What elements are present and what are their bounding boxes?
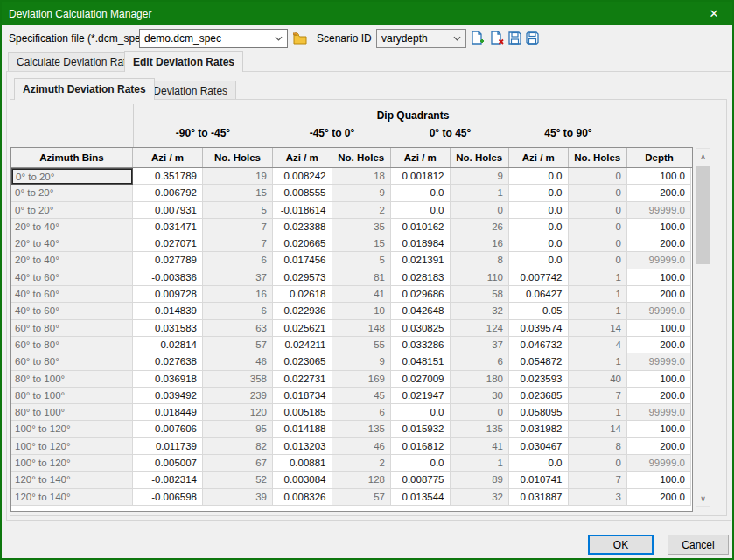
cell-no-holes[interactable]: 63 — [203, 320, 273, 337]
cell-azi-per-m[interactable]: 0.0 — [509, 455, 569, 472]
cell-azimuth-bin[interactable]: 60° to 80° — [11, 354, 133, 370]
column-header-no-holes[interactable]: No. Holes — [569, 148, 628, 167]
cell-no-holes[interactable]: 4 — [569, 337, 628, 354]
cell-no-holes[interactable]: 40 — [569, 371, 628, 388]
cell-no-holes[interactable]: 3 — [569, 489, 628, 506]
cell-azi-per-m[interactable]: 0.008242 — [273, 168, 332, 185]
vertical-scrollbar[interactable]: ∧ ∨ — [696, 148, 710, 507]
cell-no-holes[interactable]: 124 — [451, 320, 510, 337]
cell-no-holes[interactable]: 6 — [332, 404, 392, 421]
cell-no-holes[interactable]: 57 — [203, 337, 273, 354]
cell-azimuth-bin[interactable]: 100° to 120° — [11, 455, 133, 472]
column-header-azi-per-m[interactable]: Azi / m — [273, 148, 332, 167]
cell-depth[interactable]: 200.0 — [627, 489, 691, 506]
cell-no-holes[interactable]: 15 — [332, 235, 392, 252]
cell-no-holes[interactable]: 7 — [203, 235, 273, 252]
cell-no-holes[interactable]: 45 — [332, 388, 392, 404]
open-folder-button[interactable] — [292, 30, 309, 46]
cell-no-holes[interactable]: 5 — [203, 202, 273, 219]
cell-azimuth-bin[interactable]: 60° to 80° — [11, 320, 133, 337]
column-header-no-holes[interactable]: No. Holes — [451, 148, 510, 167]
cell-no-holes[interactable]: 9 — [451, 168, 510, 185]
cell-no-holes[interactable]: 1 — [569, 303, 628, 319]
cell-azimuth-bin[interactable]: 120° to 140° — [11, 489, 133, 506]
cell-azi-per-m[interactable]: 0.027789 — [133, 252, 203, 269]
cell-azi-per-m[interactable]: 0.022731 — [273, 371, 332, 388]
cell-azi-per-m[interactable]: 0.031471 — [133, 219, 203, 235]
cell-azi-per-m[interactable]: 0.009728 — [133, 286, 203, 303]
cell-azi-per-m[interactable]: 0.003084 — [273, 472, 332, 488]
cell-azi-per-m[interactable]: 0.054872 — [509, 354, 569, 370]
cell-azi-per-m[interactable]: -0.018614 — [273, 202, 332, 219]
cell-no-holes[interactable]: 67 — [203, 455, 273, 472]
cell-no-holes[interactable]: 5 — [332, 252, 392, 269]
cell-azi-per-m[interactable]: 0.027009 — [391, 371, 451, 388]
cell-no-holes[interactable]: 30 — [451, 388, 510, 404]
cell-azimuth-bin[interactable]: 40° to 60° — [11, 270, 133, 286]
cell-no-holes[interactable]: 14 — [569, 421, 628, 438]
cell-no-holes[interactable]: 7 — [569, 472, 628, 488]
cell-no-holes[interactable]: 82 — [203, 438, 273, 455]
cell-no-holes[interactable]: 0 — [569, 219, 628, 235]
cell-no-holes[interactable]: 135 — [332, 421, 392, 438]
cell-no-holes[interactable]: 6 — [203, 252, 273, 269]
cell-no-holes[interactable]: 16 — [451, 235, 510, 252]
cell-azi-per-m[interactable]: -0.006598 — [133, 489, 203, 506]
cell-azi-per-m[interactable]: 0.023685 — [509, 388, 569, 404]
cell-azimuth-bin[interactable]: 100° to 120° — [11, 438, 133, 455]
ok-button[interactable]: OK — [588, 535, 654, 555]
cell-azi-per-m[interactable]: 0.005185 — [273, 404, 332, 421]
cell-azimuth-bin[interactable]: 20° to 40° — [11, 252, 133, 269]
column-header-no-holes[interactable]: No. Holes — [203, 148, 273, 167]
cell-azi-per-m[interactable]: 0.018984 — [391, 235, 451, 252]
cell-no-holes[interactable]: 7 — [203, 219, 273, 235]
cell-no-holes[interactable]: 8 — [569, 438, 628, 455]
cell-azimuth-bin[interactable]: 0° to 20° — [11, 168, 133, 185]
cell-azi-per-m[interactable]: 0.023593 — [509, 371, 569, 388]
cell-azi-per-m[interactable]: 0.0 — [391, 202, 451, 219]
cell-no-holes[interactable]: 8 — [451, 252, 510, 269]
cell-azi-per-m[interactable]: 0.021391 — [391, 252, 451, 269]
cell-no-holes[interactable]: 6 — [451, 354, 510, 370]
cell-no-holes[interactable]: 46 — [332, 438, 392, 455]
cell-no-holes[interactable]: 180 — [451, 371, 510, 388]
cell-azimuth-bin[interactable]: 0° to 20° — [11, 202, 133, 219]
cell-depth[interactable]: 200.0 — [627, 438, 691, 455]
spec-file-combobox[interactable]: demo.dcm_spec — [139, 29, 288, 48]
cell-no-holes[interactable]: 6 — [203, 303, 273, 319]
scenario-id-combobox[interactable]: varydepth — [376, 29, 466, 48]
cell-azi-per-m[interactable]: 0.02618 — [273, 286, 332, 303]
cell-azi-per-m[interactable]: 0.0 — [509, 219, 569, 235]
cell-no-holes[interactable]: 0 — [569, 455, 628, 472]
cell-azi-per-m[interactable]: 0.008555 — [273, 185, 332, 201]
cell-depth[interactable]: 99999.0 — [627, 303, 691, 319]
cell-no-holes[interactable]: 1 — [451, 455, 510, 472]
cell-no-holes[interactable]: 0 — [569, 202, 628, 219]
cell-azi-per-m[interactable]: 0.016812 — [391, 438, 451, 455]
cell-no-holes[interactable]: 0 — [451, 404, 510, 421]
cell-no-holes[interactable]: 7 — [569, 388, 628, 404]
cell-azi-per-m[interactable]: 0.036918 — [133, 371, 203, 388]
cell-no-holes[interactable]: 55 — [332, 337, 392, 354]
cell-depth[interactable]: 99999.0 — [627, 354, 691, 370]
cell-depth[interactable]: 200.0 — [627, 388, 691, 404]
cell-azi-per-m[interactable]: 0.06427 — [509, 286, 569, 303]
cell-azi-per-m[interactable]: 0.021947 — [391, 388, 451, 404]
cell-depth[interactable]: 100.0 — [627, 320, 691, 337]
column-header-depth[interactable]: Depth — [627, 148, 691, 167]
delete-scenario-button[interactable] — [488, 30, 505, 46]
cell-depth[interactable]: 200.0 — [627, 185, 691, 201]
cell-azi-per-m[interactable]: 0.014188 — [273, 421, 332, 438]
scroll-up-icon[interactable]: ∧ — [696, 149, 710, 164]
cell-azi-per-m[interactable]: 0.018449 — [133, 404, 203, 421]
cell-azimuth-bin[interactable]: 80° to 100° — [11, 404, 133, 421]
cell-no-holes[interactable]: 32 — [451, 303, 510, 319]
cell-azi-per-m[interactable]: 0.048151 — [391, 354, 451, 370]
cell-no-holes[interactable]: 16 — [203, 286, 273, 303]
cancel-button[interactable]: Cancel — [668, 535, 729, 555]
cell-depth[interactable]: 100.0 — [627, 371, 691, 388]
cell-azimuth-bin[interactable]: 120° to 140° — [11, 472, 133, 488]
cell-no-holes[interactable]: 32 — [451, 489, 510, 506]
cell-azi-per-m[interactable]: 0.023065 — [273, 354, 332, 370]
cell-no-holes[interactable]: 135 — [451, 421, 510, 438]
